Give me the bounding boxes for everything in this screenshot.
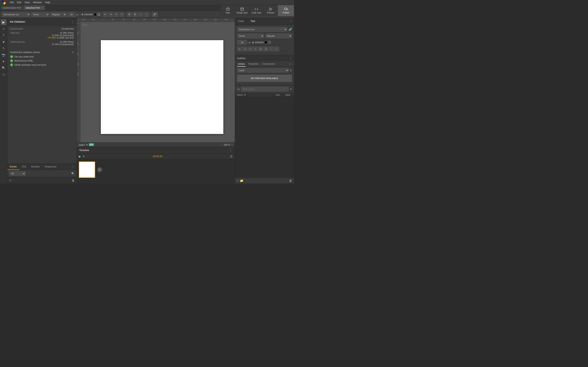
design-view-btn[interactable]: Design view <box>235 5 249 16</box>
font-size-input[interactable] <box>67 12 76 17</box>
image-tool[interactable]: 📷 <box>1 52 7 58</box>
timeline-menu-btn[interactable]: ⋮ <box>229 148 232 152</box>
align-center-btn[interactable]: ⇥ <box>108 12 113 17</box>
add-asset-btn[interactable]: + <box>237 179 239 182</box>
preview-btn[interactable]: Preview <box>263 5 278 16</box>
publish-btn[interactable]: Publish <box>278 5 294 16</box>
menu-view[interactable]: View <box>25 1 30 4</box>
indent-dec-btn[interactable]: ← <box>138 12 143 17</box>
canvas-coords: (0, 0) <box>82 24 87 26</box>
delete-asset-btn[interactable]: 🗑 <box>289 179 292 182</box>
h-ruler: -100 -50 0 50 100 150 200 250 300 350 40… <box>80 18 235 22</box>
timeline-play-btn[interactable]: ▶ <box>79 155 81 158</box>
text-element-type-select[interactable]: Normal text <p> <box>237 27 287 32</box>
text-font-weight-select[interactable]: Regular <box>265 33 292 38</box>
checks-collapse-btn[interactable]: ∧ <box>72 51 74 54</box>
color-tab-btn[interactable]: Color <box>235 18 247 25</box>
pen-tool[interactable]: ✎ <box>1 45 7 51</box>
text-size-input[interactable] <box>237 40 247 45</box>
canvas-content[interactable]: (0, 0) <box>80 22 235 142</box>
menu-window[interactable]: Window <box>33 1 42 4</box>
add-folder-btn[interactable]: 📁 <box>240 179 243 182</box>
outliner-tabs-more-btn[interactable]: ⋮ <box>288 61 292 67</box>
add-event-btn[interactable]: + <box>9 179 11 182</box>
tab-close-btn[interactable]: ✕ <box>41 7 43 9</box>
align-justify-btn[interactable]: ⇧ <box>120 12 124 17</box>
zoom-in-btn[interactable]: + <box>232 143 233 146</box>
text-color-swatch[interactable] <box>264 41 267 44</box>
timeline-loop-btn[interactable]: ↻ <box>83 155 85 158</box>
element-type-select[interactable]: Normal text <p> <box>2 12 30 17</box>
text-link-btn[interactable]: 🔗 <box>288 28 292 31</box>
css-tab[interactable]: CSS <box>19 164 29 170</box>
text-ordered-list-btn[interactable]: ☰ <box>258 47 263 51</box>
events-search-btn[interactable]: 🔍 <box>71 172 75 175</box>
text-tool[interactable]: T <box>1 33 7 38</box>
ad-validator-header: Ad Validator ⋮ <box>7 18 77 25</box>
text-unordered-list-btn[interactable]: ☰ <box>264 47 268 51</box>
outliner-refresh-btn[interactable]: ↻ <box>290 69 292 72</box>
text-font-family-select[interactable]: Times <box>237 33 264 38</box>
code-view-btn[interactable]: Code view <box>249 5 263 16</box>
text-circle-swatch[interactable] <box>268 41 271 44</box>
tab-sdasdasd[interactable]: sdasdasd.html ✕ <box>24 5 45 10</box>
ordered-list-btn[interactable]: ☰ <box>127 12 132 17</box>
events-tab[interactable]: Events <box>7 164 19 170</box>
dynamic-tab[interactable]: Dynamic <box>29 164 42 170</box>
unordered-list-btn[interactable]: ☰ <box>132 12 138 17</box>
white-canvas[interactable] <box>101 40 223 134</box>
ruler-mark-450: 450 <box>194 18 197 21</box>
font-family-select[interactable]: Times <box>31 12 49 17</box>
align-right-btn[interactable]: ⇦ <box>114 12 119 17</box>
timeline-add-btn[interactable]: + <box>97 167 102 172</box>
align-left-btn[interactable]: ⇤ <box>103 12 108 17</box>
ad-validator-menu-btn[interactable]: ⋮ <box>71 20 74 24</box>
v-ruler-mark-250: 250 <box>77 52 79 55</box>
text-align-right-btn[interactable]: ⇦ <box>248 47 252 51</box>
help-btn[interactable]: Help <box>221 5 235 16</box>
text-indent-inc-btn[interactable]: → <box>274 47 279 51</box>
link-btn[interactable]: 🔗 <box>152 12 158 17</box>
help-icon <box>226 7 230 11</box>
name-sort-icon[interactable]: ▼ <box>244 94 246 96</box>
pan-tool[interactable]: ♬ <box>1 26 7 32</box>
outliner-more-btn[interactable]: ⋮ <box>290 57 292 60</box>
menu-file[interactable]: File <box>10 1 14 4</box>
components-tab-btn[interactable]: Components <box>261 61 276 67</box>
color-swatch[interactable] <box>94 13 96 16</box>
page-dropdown-icon[interactable]: ▼ <box>86 143 88 146</box>
circle-swatch[interactable] <box>97 13 100 16</box>
timeline-settings-btn[interactable]: ☰ <box>230 155 233 158</box>
tab-sadasdsadas[interactable]: sadasdsadas.html <box>1 5 23 10</box>
library-tab-btn[interactable]: Library <box>237 61 246 67</box>
indent-inc-btn[interactable]: → <box>144 12 149 17</box>
shape-tool[interactable]: ■ <box>1 39 7 45</box>
delete-event-btn[interactable]: 🗑 <box>72 179 75 182</box>
text-tab-btn[interactable]: Text <box>247 18 259 25</box>
text-align-justify-btn[interactable]: ⇧ <box>253 47 258 51</box>
component-tool[interactable]: ★ <box>1 58 7 64</box>
properties-tab-btn[interactable]: Properties <box>248 61 259 67</box>
filter-clear-btn[interactable]: ✕ <box>290 88 292 91</box>
library-action-btns: + 📁 <box>237 179 243 182</box>
font-weight-select[interactable]: Regular <box>50 12 67 17</box>
text-align-center-btn[interactable]: ⇥ <box>242 47 247 51</box>
text-indent-dec-btn[interactable]: ← <box>269 47 274 51</box>
right-more-btn[interactable]: ⋮ <box>287 18 294 25</box>
zoom-out-btn[interactable]: − <box>221 143 223 146</box>
fullscreen-tool[interactable]: ◻ <box>1 72 7 77</box>
library-actions: + 📁 🗑 <box>235 178 294 184</box>
events-filter-select[interactable]: All <box>9 171 26 176</box>
tabs-bar: sadasdsadas.html sdasdasd.html ✕ <box>0 5 46 11</box>
select-tool[interactable]: ▶ <box>1 19 7 25</box>
filter-assets-input[interactable] <box>241 87 289 92</box>
zoom-tool[interactable]: 🔍 <box>1 65 7 71</box>
text-align-left-btn[interactable]: ⇤ <box>237 47 242 51</box>
menu-help[interactable]: Help <box>45 1 50 4</box>
left-tab-more-btn[interactable]: ⋮ <box>70 164 77 170</box>
responsive-tab[interactable]: Responsive <box>42 164 59 170</box>
v-ruler: 5 100 200 250 300 350 <box>77 22 80 142</box>
menu-edit[interactable]: Edit <box>17 1 21 4</box>
local-select[interactable]: Local <box>237 68 289 73</box>
timeline-keyframe-thumb[interactable] <box>79 161 95 178</box>
